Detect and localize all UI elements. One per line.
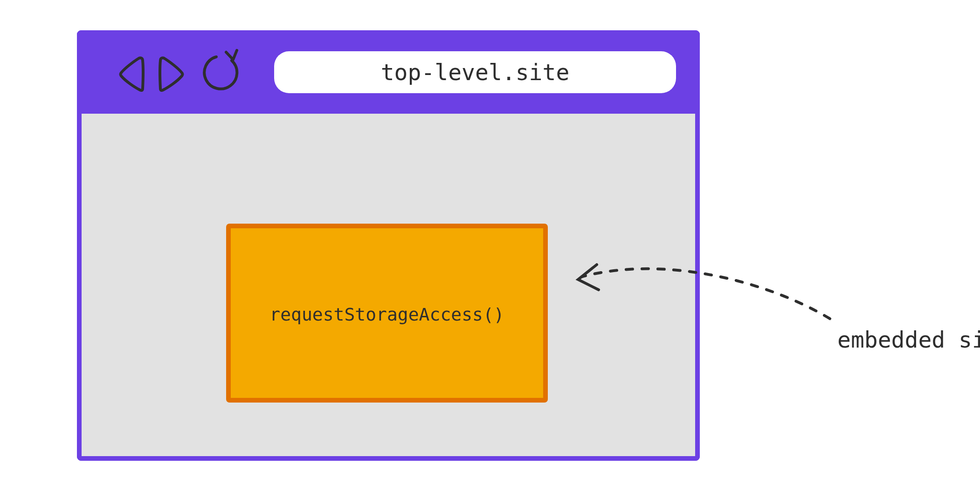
annotation-label: embedded site <box>837 327 980 353</box>
diagram-canvas: top-level.site requestStorageAccess() em… <box>0 0 980 492</box>
address-bar[interactable]: top-level.site <box>274 51 676 93</box>
address-bar-url: top-level.site <box>381 59 570 85</box>
embedded-site-code: requestStorageAccess() <box>269 304 504 325</box>
embedded-site-box: requestStorageAccess() <box>228 226 545 400</box>
